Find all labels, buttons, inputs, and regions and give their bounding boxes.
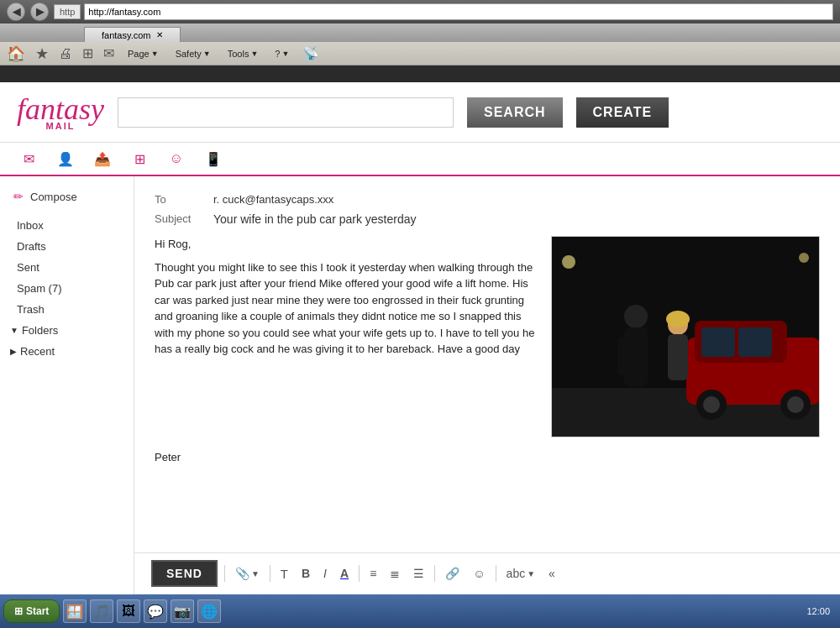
- help-menu-arrow: ▼: [281, 50, 289, 58]
- bullet-list-button[interactable]: ≡: [366, 565, 380, 582]
- sidebar-item-spam[interactable]: Spam (7): [0, 278, 134, 299]
- recent-arrow-icon: ▶: [10, 347, 17, 356]
- email-icon[interactable]: ✉: [103, 45, 114, 61]
- windows-logo-icon: ⊞: [14, 605, 23, 617]
- taskbar-icon-6[interactable]: 🌐: [197, 599, 221, 623]
- email-body: Hi Rog, Thought you might like to see th…: [155, 236, 538, 437]
- svg-point-17: [799, 253, 809, 263]
- address-protocol-label: http: [54, 4, 81, 19]
- toolbar-separator-5: [496, 565, 496, 582]
- address-bar: http: [54, 3, 833, 20]
- app-dark-header: [0, 65, 840, 82]
- sidebar-item-drafts[interactable]: Drafts: [0, 236, 134, 257]
- sidebar-item-sent[interactable]: Sent: [0, 257, 134, 278]
- bold-button[interactable]: B: [298, 565, 313, 582]
- email-image: [551, 236, 820, 437]
- app-logo: fantasy MAIL: [17, 94, 104, 131]
- safety-menu[interactable]: Safety ▼: [172, 47, 214, 60]
- bookmark-icon[interactable]: ★: [35, 44, 49, 63]
- search-button[interactable]: SEARCH: [467, 97, 563, 128]
- color-icon: A: [340, 567, 349, 580]
- spellcheck-button[interactable]: abc ▼: [503, 565, 538, 582]
- safety-menu-arrow: ▼: [203, 50, 211, 58]
- spellcheck-icon: abc: [507, 567, 526, 580]
- email-image-svg: [552, 237, 820, 437]
- more-button[interactable]: «: [545, 565, 559, 582]
- mail-icon-btn[interactable]: ✉: [17, 147, 40, 170]
- browser-titlebar: ◀ ▶ http: [0, 0, 840, 24]
- sidebar-item-inbox[interactable]: Inbox: [0, 215, 134, 236]
- send-button[interactable]: SEND: [151, 560, 218, 587]
- attach-icon: 📎: [235, 567, 249, 580]
- tools-menu-arrow: ▼: [250, 50, 258, 58]
- email-body-row: Hi Rog, Thought you might like to see th…: [155, 236, 820, 437]
- bullet-list-icon: ≡: [370, 567, 376, 580]
- print-icon[interactable]: 🖨: [59, 46, 72, 61]
- toolbar-separator-3: [359, 565, 360, 582]
- contacts-icon-btn[interactable]: 👤: [54, 147, 77, 170]
- tab-close-button[interactable]: ✕: [156, 30, 163, 39]
- italic-button[interactable]: I: [320, 565, 330, 582]
- zoom-icon[interactable]: ⊞: [82, 45, 93, 61]
- back-button[interactable]: ◀: [7, 3, 25, 21]
- attach-arrow: ▼: [251, 569, 260, 578]
- email-subject-field: Subject Your wife in the pub car park ye…: [155, 212, 820, 226]
- svg-point-16: [562, 255, 575, 269]
- svg-rect-12: [617, 338, 633, 375]
- taskbar-icon-3[interactable]: 🖼: [117, 599, 140, 623]
- sidebar-item-folders[interactable]: ▼ Folders: [0, 320, 134, 341]
- sidebar-item-recent[interactable]: ▶ Recent: [0, 341, 134, 362]
- svg-point-7: [703, 396, 720, 413]
- start-button[interactable]: ⊞ Start: [3, 599, 60, 623]
- email-to-field: To r. cuck@fantasycaps.xxx: [155, 193, 820, 206]
- page-menu[interactable]: Page ▼: [124, 47, 162, 60]
- svg-point-9: [787, 396, 804, 413]
- bold-icon: B: [302, 567, 310, 580]
- email-area: To r. cuck@fantasycaps.xxx Subject Your …: [134, 176, 840, 594]
- browser-toolbar: 🏠 ★ 🖨 ⊞ ✉ Page ▼ Safety ▼ Tools ▼ ? ▼ 📡: [0, 42, 840, 65]
- email-body-text: Thought you might like to see this I too…: [155, 259, 538, 358]
- num-list-button[interactable]: ≣: [386, 565, 403, 582]
- more-icon: «: [549, 567, 555, 580]
- toolbar-separator-2: [270, 565, 270, 582]
- color-button[interactable]: A: [337, 565, 352, 582]
- tools-menu[interactable]: Tools ▼: [224, 47, 262, 60]
- rss-icon[interactable]: 📡: [302, 45, 319, 61]
- compose-pencil-icon: ✏: [13, 190, 24, 203]
- taskbar-icon-2[interactable]: 🎵: [90, 599, 113, 623]
- link-button[interactable]: 🔗: [442, 565, 463, 582]
- compose-button[interactable]: ✏ Compose: [0, 185, 134, 208]
- icon-bar: ✉ 👤 📤 ⊞ ☺ 📱: [0, 143, 840, 176]
- spellcheck-arrow: ▼: [527, 569, 535, 578]
- email-greeting: Hi Rog,: [155, 236, 538, 253]
- taskbar-icon-4[interactable]: 💬: [144, 599, 167, 623]
- forward-button[interactable]: ▶: [30, 3, 49, 21]
- sidebar-item-trash[interactable]: Trash: [0, 299, 134, 320]
- svg-rect-14: [668, 334, 688, 380]
- font-button[interactable]: T: [277, 565, 291, 583]
- attach-button[interactable]: 📎 ▼: [232, 565, 263, 582]
- smiley-icon-btn[interactable]: ☺: [165, 147, 188, 170]
- grid-icon-btn[interactable]: ⊞: [128, 147, 151, 170]
- browser-tab[interactable]: fantasy.com ✕: [84, 27, 181, 42]
- align-button[interactable]: ☰: [410, 565, 428, 582]
- create-button[interactable]: CREATE: [576, 97, 669, 128]
- taskbar-icon-1[interactable]: 🪟: [63, 599, 87, 623]
- outbox-icon-btn[interactable]: 📤: [91, 147, 114, 170]
- home-icon[interactable]: 🏠: [7, 44, 25, 63]
- search-input[interactable]: [118, 97, 454, 128]
- help-menu[interactable]: ? ▼: [271, 47, 292, 60]
- num-list-icon: ≣: [390, 567, 400, 580]
- link-icon: 🔗: [445, 567, 459, 580]
- emoji-icon: ☺: [473, 567, 485, 580]
- address-input[interactable]: [84, 3, 833, 20]
- folders-arrow-icon: ▼: [10, 326, 18, 335]
- mobile-icon-btn[interactable]: 📱: [202, 147, 225, 170]
- taskbar: ⊞ Start 🪟 🎵 🖼 💬 📷 🌐 12:00: [0, 594, 840, 628]
- emoji-button[interactable]: ☺: [470, 565, 488, 582]
- app-logo-bar: fantasy MAIL SEARCH CREATE: [0, 82, 840, 143]
- page-menu-arrow: ▼: [151, 50, 159, 58]
- svg-rect-4: [701, 327, 735, 357]
- svg-point-10: [624, 305, 648, 328]
- taskbar-icon-5[interactable]: 📷: [171, 599, 194, 623]
